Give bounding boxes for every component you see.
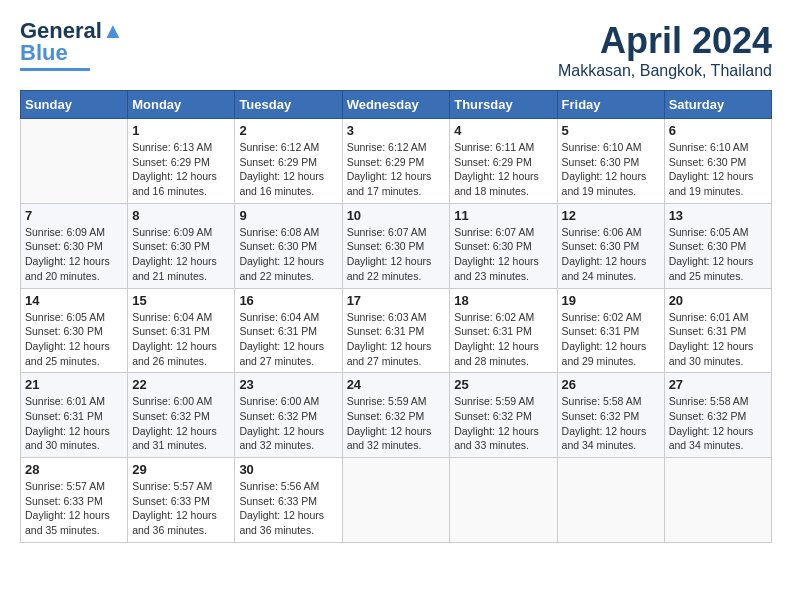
week-row-3: 14Sunrise: 6:05 AM Sunset: 6:30 PM Dayli…	[21, 288, 772, 373]
day-info: Sunrise: 6:02 AM Sunset: 6:31 PM Dayligh…	[454, 310, 552, 369]
month-title: April 2024	[558, 20, 772, 62]
day-info: Sunrise: 5:59 AM Sunset: 6:32 PM Dayligh…	[347, 394, 446, 453]
day-number: 21	[25, 377, 123, 392]
day-cell: 25Sunrise: 5:59 AM Sunset: 6:32 PM Dayli…	[450, 373, 557, 458]
day-number: 5	[562, 123, 660, 138]
day-info: Sunrise: 6:11 AM Sunset: 6:29 PM Dayligh…	[454, 140, 552, 199]
header-cell-sunday: Sunday	[21, 91, 128, 119]
header-cell-wednesday: Wednesday	[342, 91, 450, 119]
day-info: Sunrise: 6:05 AM Sunset: 6:30 PM Dayligh…	[669, 225, 767, 284]
day-cell: 6Sunrise: 6:10 AM Sunset: 6:30 PM Daylig…	[664, 119, 771, 204]
day-number: 13	[669, 208, 767, 223]
day-cell: 2Sunrise: 6:12 AM Sunset: 6:29 PM Daylig…	[235, 119, 342, 204]
day-cell: 16Sunrise: 6:04 AM Sunset: 6:31 PM Dayli…	[235, 288, 342, 373]
day-cell: 3Sunrise: 6:12 AM Sunset: 6:29 PM Daylig…	[342, 119, 450, 204]
day-cell: 28Sunrise: 5:57 AM Sunset: 6:33 PM Dayli…	[21, 458, 128, 543]
day-info: Sunrise: 5:59 AM Sunset: 6:32 PM Dayligh…	[454, 394, 552, 453]
day-number: 23	[239, 377, 337, 392]
day-cell: 5Sunrise: 6:10 AM Sunset: 6:30 PM Daylig…	[557, 119, 664, 204]
logo: General▲ Blue	[20, 20, 124, 71]
day-cell: 29Sunrise: 5:57 AM Sunset: 6:33 PM Dayli…	[128, 458, 235, 543]
day-info: Sunrise: 6:06 AM Sunset: 6:30 PM Dayligh…	[562, 225, 660, 284]
day-cell: 9Sunrise: 6:08 AM Sunset: 6:30 PM Daylig…	[235, 203, 342, 288]
header-cell-friday: Friday	[557, 91, 664, 119]
day-cell: 8Sunrise: 6:09 AM Sunset: 6:30 PM Daylig…	[128, 203, 235, 288]
day-number: 1	[132, 123, 230, 138]
day-number: 18	[454, 293, 552, 308]
day-cell: 26Sunrise: 5:58 AM Sunset: 6:32 PM Dayli…	[557, 373, 664, 458]
header-cell-monday: Monday	[128, 91, 235, 119]
day-cell: 17Sunrise: 6:03 AM Sunset: 6:31 PM Dayli…	[342, 288, 450, 373]
day-number: 29	[132, 462, 230, 477]
day-number: 24	[347, 377, 446, 392]
day-number: 14	[25, 293, 123, 308]
logo-blue: Blue	[20, 40, 68, 66]
day-info: Sunrise: 5:57 AM Sunset: 6:33 PM Dayligh…	[25, 479, 123, 538]
day-number: 11	[454, 208, 552, 223]
day-info: Sunrise: 5:57 AM Sunset: 6:33 PM Dayligh…	[132, 479, 230, 538]
day-number: 8	[132, 208, 230, 223]
day-cell	[21, 119, 128, 204]
day-number: 26	[562, 377, 660, 392]
header: General▲ Blue April 2024 Makkasan, Bangk…	[20, 20, 772, 80]
day-cell: 30Sunrise: 5:56 AM Sunset: 6:33 PM Dayli…	[235, 458, 342, 543]
day-number: 3	[347, 123, 446, 138]
day-number: 9	[239, 208, 337, 223]
day-cell: 23Sunrise: 6:00 AM Sunset: 6:32 PM Dayli…	[235, 373, 342, 458]
day-info: Sunrise: 6:02 AM Sunset: 6:31 PM Dayligh…	[562, 310, 660, 369]
day-number: 28	[25, 462, 123, 477]
week-row-2: 7Sunrise: 6:09 AM Sunset: 6:30 PM Daylig…	[21, 203, 772, 288]
day-cell	[664, 458, 771, 543]
header-row: SundayMondayTuesdayWednesdayThursdayFrid…	[21, 91, 772, 119]
day-cell	[450, 458, 557, 543]
location-title: Makkasan, Bangkok, Thailand	[558, 62, 772, 80]
day-info: Sunrise: 6:13 AM Sunset: 6:29 PM Dayligh…	[132, 140, 230, 199]
day-cell: 18Sunrise: 6:02 AM Sunset: 6:31 PM Dayli…	[450, 288, 557, 373]
day-cell: 20Sunrise: 6:01 AM Sunset: 6:31 PM Dayli…	[664, 288, 771, 373]
day-info: Sunrise: 6:12 AM Sunset: 6:29 PM Dayligh…	[347, 140, 446, 199]
day-number: 7	[25, 208, 123, 223]
week-row-4: 21Sunrise: 6:01 AM Sunset: 6:31 PM Dayli…	[21, 373, 772, 458]
day-cell: 15Sunrise: 6:04 AM Sunset: 6:31 PM Dayli…	[128, 288, 235, 373]
day-info: Sunrise: 5:56 AM Sunset: 6:33 PM Dayligh…	[239, 479, 337, 538]
day-number: 6	[669, 123, 767, 138]
day-cell: 22Sunrise: 6:00 AM Sunset: 6:32 PM Dayli…	[128, 373, 235, 458]
day-info: Sunrise: 6:03 AM Sunset: 6:31 PM Dayligh…	[347, 310, 446, 369]
day-cell: 19Sunrise: 6:02 AM Sunset: 6:31 PM Dayli…	[557, 288, 664, 373]
day-info: Sunrise: 6:01 AM Sunset: 6:31 PM Dayligh…	[669, 310, 767, 369]
day-cell: 27Sunrise: 5:58 AM Sunset: 6:32 PM Dayli…	[664, 373, 771, 458]
title-area: April 2024 Makkasan, Bangkok, Thailand	[558, 20, 772, 80]
day-info: Sunrise: 6:00 AM Sunset: 6:32 PM Dayligh…	[132, 394, 230, 453]
day-number: 30	[239, 462, 337, 477]
day-info: Sunrise: 6:08 AM Sunset: 6:30 PM Dayligh…	[239, 225, 337, 284]
day-cell: 7Sunrise: 6:09 AM Sunset: 6:30 PM Daylig…	[21, 203, 128, 288]
day-info: Sunrise: 5:58 AM Sunset: 6:32 PM Dayligh…	[562, 394, 660, 453]
day-cell: 1Sunrise: 6:13 AM Sunset: 6:29 PM Daylig…	[128, 119, 235, 204]
day-info: Sunrise: 6:09 AM Sunset: 6:30 PM Dayligh…	[25, 225, 123, 284]
day-number: 15	[132, 293, 230, 308]
day-info: Sunrise: 6:12 AM Sunset: 6:29 PM Dayligh…	[239, 140, 337, 199]
day-number: 12	[562, 208, 660, 223]
day-info: Sunrise: 6:04 AM Sunset: 6:31 PM Dayligh…	[132, 310, 230, 369]
day-info: Sunrise: 6:00 AM Sunset: 6:32 PM Dayligh…	[239, 394, 337, 453]
day-cell	[342, 458, 450, 543]
day-number: 25	[454, 377, 552, 392]
logo-text: General▲	[20, 20, 124, 42]
day-number: 27	[669, 377, 767, 392]
day-cell: 24Sunrise: 5:59 AM Sunset: 6:32 PM Dayli…	[342, 373, 450, 458]
day-cell: 11Sunrise: 6:07 AM Sunset: 6:30 PM Dayli…	[450, 203, 557, 288]
week-row-1: 1Sunrise: 6:13 AM Sunset: 6:29 PM Daylig…	[21, 119, 772, 204]
day-number: 19	[562, 293, 660, 308]
day-number: 4	[454, 123, 552, 138]
day-cell: 4Sunrise: 6:11 AM Sunset: 6:29 PM Daylig…	[450, 119, 557, 204]
day-number: 10	[347, 208, 446, 223]
day-info: Sunrise: 6:07 AM Sunset: 6:30 PM Dayligh…	[347, 225, 446, 284]
day-info: Sunrise: 6:10 AM Sunset: 6:30 PM Dayligh…	[669, 140, 767, 199]
day-info: Sunrise: 5:58 AM Sunset: 6:32 PM Dayligh…	[669, 394, 767, 453]
day-cell: 12Sunrise: 6:06 AM Sunset: 6:30 PM Dayli…	[557, 203, 664, 288]
day-cell: 13Sunrise: 6:05 AM Sunset: 6:30 PM Dayli…	[664, 203, 771, 288]
day-number: 17	[347, 293, 446, 308]
day-info: Sunrise: 6:01 AM Sunset: 6:31 PM Dayligh…	[25, 394, 123, 453]
day-number: 16	[239, 293, 337, 308]
header-cell-thursday: Thursday	[450, 91, 557, 119]
